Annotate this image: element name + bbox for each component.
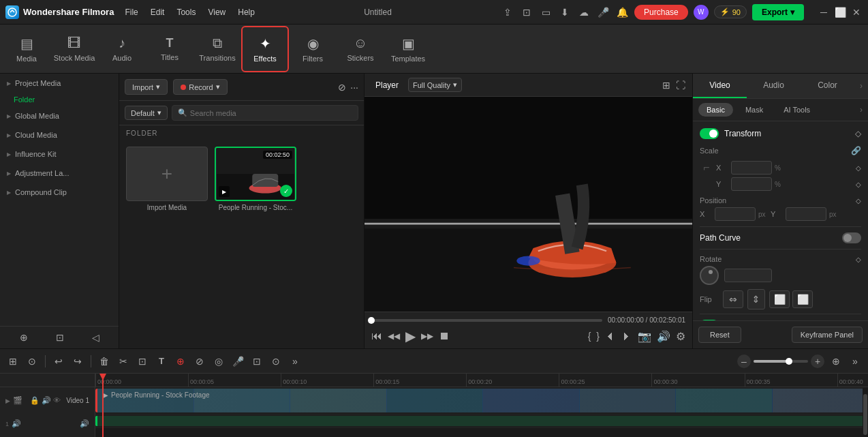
tab-media[interactable]: ▤ Media xyxy=(3,26,50,72)
sidebar-item-influence-kit[interactable]: ▶ Influence Kit xyxy=(0,145,119,164)
sidebar-item-global-media[interactable]: ▶ Global Media xyxy=(0,106,119,125)
tl-undo-icon[interactable]: ↩ xyxy=(51,354,66,369)
mute-track-icon[interactable]: 🔊 xyxy=(42,396,51,405)
scale-y-keyframe-icon[interactable]: ◇ xyxy=(856,181,861,188)
import-media-item[interactable]: + Import Media xyxy=(126,147,208,211)
zoom-in-button[interactable]: + xyxy=(811,355,824,368)
transform-keyframe-icon[interactable]: ◇ xyxy=(855,129,861,138)
tl-captions-icon[interactable]: ⊡ xyxy=(249,354,264,369)
stop-button[interactable]: ⏹ xyxy=(439,330,450,342)
avatar[interactable]: W xyxy=(694,5,709,20)
sidebar-item-adjustment-layer[interactable]: ▶ Adjustment La... xyxy=(0,164,119,183)
position-keyframe-icon[interactable]: ◇ xyxy=(856,197,861,205)
tl-redo-icon[interactable]: ↪ xyxy=(70,354,85,369)
compositing-toggle[interactable] xyxy=(700,320,719,320)
import-icon[interactable]: ⬇ xyxy=(558,5,572,19)
flip-horizontal-button[interactable]: ⇔ xyxy=(723,290,743,308)
tab-filters[interactable]: ◉ Filters xyxy=(289,26,337,72)
frame-back-button[interactable]: ◀◀ xyxy=(388,331,400,341)
subtab-ai-tools[interactable]: AI Tools xyxy=(775,103,818,117)
clip-next-icon[interactable]: ⏵ xyxy=(621,330,632,342)
alert-icon[interactable]: 🔔 xyxy=(615,5,629,19)
tl-color-icon[interactable]: ⊙ xyxy=(268,354,283,369)
export-button[interactable]: Export ▾ xyxy=(752,4,804,20)
subtab-mask[interactable]: Mask xyxy=(737,103,771,117)
transform-toggle[interactable] xyxy=(700,128,719,139)
menu-view[interactable]: View xyxy=(208,7,226,17)
zoom-out-button[interactable]: – xyxy=(737,355,751,368)
add-folder-icon[interactable]: ⊕ xyxy=(20,332,28,343)
flip-h-icon[interactable]: ⬜ xyxy=(769,290,790,308)
tab-stickers[interactable]: ☺ Stickers xyxy=(337,26,384,72)
video-clip[interactable]: ▶ People Running - Stock Footage xyxy=(95,389,868,412)
tl-voice-icon[interactable]: 🎤 xyxy=(230,354,245,369)
tab-effects[interactable]: ✦ Effects xyxy=(241,26,289,72)
tab-audio[interactable]: Audio xyxy=(747,74,801,98)
tl-more-icon[interactable]: » xyxy=(288,354,303,369)
audio-clip[interactable] xyxy=(95,416,868,426)
menu-edit[interactable]: Edit xyxy=(151,7,165,17)
tl-layout-icon[interactable]: ⊞ xyxy=(5,354,20,369)
mic-icon[interactable]: 🎤 xyxy=(596,5,610,19)
search-box[interactable]: 🔍 xyxy=(172,105,358,121)
rotate-dial[interactable] xyxy=(700,266,719,285)
pos-y-input[interactable]: 0.00 xyxy=(786,207,826,221)
sidebar-item-compound-clip[interactable]: ▶ Compound Clip xyxy=(0,183,119,202)
subtabs-more-icon[interactable]: › xyxy=(860,103,863,117)
scale-y-input[interactable]: 100.00 xyxy=(731,177,772,191)
tab-titles[interactable]: T Titles xyxy=(146,26,193,72)
tl-split-icon[interactable]: ⊘ xyxy=(192,354,207,369)
player-tab[interactable]: Player xyxy=(371,79,403,91)
frame-forward-button[interactable]: ▶▶ xyxy=(421,331,433,341)
grid-view-icon[interactable]: ⊞ xyxy=(662,80,670,91)
settings-icon[interactable]: ⚙ xyxy=(676,330,685,343)
tab-color[interactable]: Color xyxy=(801,74,854,98)
sidebar-item-folder[interactable]: Folder xyxy=(0,93,119,106)
zoom-slider[interactable] xyxy=(754,360,808,363)
maximize-button[interactable]: ⬜ xyxy=(834,6,846,18)
rotate-keyframe-icon[interactable]: ◇ xyxy=(856,256,861,263)
timeline-scrollbar[interactable] xyxy=(863,387,868,437)
screen-icon[interactable]: ▭ xyxy=(539,5,553,19)
progress-handle[interactable] xyxy=(368,317,375,324)
tl-crop-icon[interactable]: ⊡ xyxy=(135,354,150,369)
hide-track-icon[interactable]: 👁 xyxy=(53,396,61,405)
tab-stock-media[interactable]: 🎞 Stock Media xyxy=(50,26,98,72)
snapshot-icon[interactable]: 📷 xyxy=(638,330,651,343)
tl-cut-icon[interactable]: ✂ xyxy=(116,354,131,369)
audio-mute-icon[interactable]: 🔊 xyxy=(80,419,89,428)
tab-transitions[interactable]: ⧉ Transitions xyxy=(193,26,241,72)
clip-prev-icon[interactable]: ⏴ xyxy=(605,330,616,342)
pos-x-input[interactable]: 0.00 xyxy=(715,207,756,221)
minimize-button[interactable]: ─ xyxy=(818,6,830,18)
filter-media-icon[interactable]: ⊘ xyxy=(338,82,346,93)
fullscreen-icon[interactable]: ⛶ xyxy=(676,80,685,91)
tab-video[interactable]: Video xyxy=(693,74,747,98)
tl-text-icon[interactable]: T xyxy=(154,354,169,369)
close-button[interactable]: ✕ xyxy=(850,6,863,18)
flip-v-icon[interactable]: ⬜ xyxy=(792,290,813,308)
video-media-item[interactable]: 00:02:50 ▶ ✓ People Running - Stoc... xyxy=(215,147,296,211)
record-button[interactable]: Record ▾ xyxy=(173,79,227,95)
tl-fit-icon[interactable]: ⊕ xyxy=(828,354,843,369)
remove-folder-icon[interactable]: ⊡ xyxy=(56,332,64,343)
skip-back-button[interactable]: ⏮ xyxy=(371,330,382,342)
menu-file[interactable]: File xyxy=(125,7,138,17)
cloud-icon[interactable]: ☁ xyxy=(577,5,591,19)
scale-x-input[interactable]: 100.00 xyxy=(731,161,772,175)
menu-help[interactable]: Help xyxy=(238,7,255,17)
tl-magnet-icon[interactable]: ⊙ xyxy=(25,354,40,369)
reset-button[interactable]: Reset xyxy=(698,327,741,343)
scale-x-keyframe-icon[interactable]: ◇ xyxy=(856,164,861,172)
tl-delete-icon[interactable]: 🗑 xyxy=(97,354,112,369)
share-icon[interactable]: ⇪ xyxy=(501,5,514,19)
volume-icon[interactable]: 🔊 xyxy=(657,330,670,343)
tab-templates[interactable]: ▣ Templates xyxy=(384,26,432,72)
default-sort-button[interactable]: Default ▾ xyxy=(125,106,168,120)
sidebar-item-project-media[interactable]: ▶ Project Media xyxy=(0,74,119,93)
more-options-icon[interactable]: ··· xyxy=(350,82,358,93)
menu-tools[interactable]: Tools xyxy=(176,7,196,17)
path-curve-toggle[interactable] xyxy=(842,232,861,243)
coins-display[interactable]: ⚡ 90 xyxy=(714,5,747,18)
quality-select[interactable]: Full Quality ▾ xyxy=(408,78,462,92)
